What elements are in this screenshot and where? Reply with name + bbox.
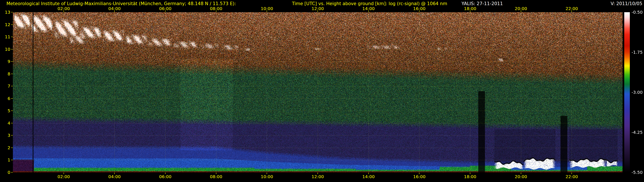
y-tick-label: 7 bbox=[2, 84, 10, 89]
tick-mark bbox=[11, 110, 13, 111]
tick-mark bbox=[216, 10, 216, 12]
tick-mark bbox=[11, 24, 13, 25]
x-tick-label-bottom: 02:00 bbox=[58, 174, 70, 179]
x-tick-label-bottom: 08:00 bbox=[210, 174, 222, 179]
tick-mark bbox=[11, 148, 13, 148]
y-tick-label: 1 bbox=[2, 157, 10, 163]
plot-title: Time [UTC] vs. Height above ground [km]:… bbox=[292, 1, 447, 6]
tick-mark bbox=[368, 173, 369, 174]
x-tick-label-bottom: 18:00 bbox=[464, 174, 476, 179]
x-tick-label-bottom: 10:00 bbox=[261, 174, 273, 179]
x-tick-label-bottom: 16:00 bbox=[413, 174, 426, 179]
x-tick-label-bottom: 14:00 bbox=[362, 174, 375, 179]
tick-mark bbox=[11, 123, 13, 123]
y-tick-label: 6 bbox=[2, 96, 10, 101]
y-tick-label: 2 bbox=[2, 145, 10, 150]
y-tick-label: 12 bbox=[2, 22, 10, 27]
tick-mark bbox=[11, 37, 13, 37]
y-tick-label: 9 bbox=[2, 59, 10, 64]
y-tick-label: 11 bbox=[2, 34, 10, 39]
instrument-date-label: YALIS: 27-11-2011 bbox=[462, 1, 503, 6]
tick-mark bbox=[572, 10, 572, 12]
tick-mark bbox=[11, 12, 13, 12]
colorbar-label: -4.25 bbox=[632, 130, 643, 135]
institute-title: Meteorological Institute of Ludwig-Maxim… bbox=[6, 1, 236, 6]
x-tick-label-bottom: 12:00 bbox=[312, 174, 324, 179]
tick-mark bbox=[419, 173, 420, 174]
tick-mark bbox=[114, 10, 115, 12]
x-axis-top: 02:0004:0006:0008:0010:0012:0014:0016:00… bbox=[0, 6, 644, 11]
tick-mark bbox=[11, 160, 13, 160]
tick-mark bbox=[11, 98, 13, 99]
tick-mark bbox=[11, 61, 13, 62]
colorbar-gradient bbox=[624, 12, 630, 172]
tick-mark bbox=[165, 173, 166, 174]
colorbar-label: -3.00 bbox=[632, 90, 643, 95]
tick-mark bbox=[11, 172, 13, 173]
lidar-heatmap-plot bbox=[13, 12, 622, 172]
tick-mark bbox=[11, 74, 13, 74]
tick-mark bbox=[266, 10, 267, 12]
y-tick-label: 13 bbox=[2, 10, 10, 15]
y-axis: 131211109876543210 bbox=[0, 0, 13, 182]
tick-mark bbox=[216, 173, 216, 174]
version-label: V: 2011/10/05 bbox=[611, 1, 642, 6]
x-tick-label-bottom: 22:00 bbox=[566, 174, 578, 179]
tick-mark bbox=[470, 10, 470, 12]
tick-mark bbox=[165, 10, 166, 12]
tick-mark bbox=[470, 173, 470, 174]
tick-mark bbox=[521, 173, 521, 174]
tick-mark bbox=[11, 135, 13, 136]
tick-mark bbox=[64, 173, 64, 174]
x-tick-label-bottom: 06:00 bbox=[159, 174, 172, 179]
tick-mark bbox=[11, 86, 13, 86]
y-tick-label: 10 bbox=[2, 47, 10, 52]
tick-mark bbox=[572, 173, 572, 174]
tick-mark bbox=[318, 173, 318, 174]
colorbar-label: -1.75 bbox=[632, 50, 643, 55]
y-tick-label: 8 bbox=[2, 71, 10, 77]
y-tick-label: 5 bbox=[2, 108, 10, 113]
tick-mark bbox=[368, 10, 369, 12]
tick-mark bbox=[266, 173, 267, 174]
tick-mark bbox=[419, 10, 420, 12]
x-tick-label-bottom: 04:00 bbox=[108, 174, 121, 179]
tick-mark bbox=[64, 10, 64, 12]
tick-mark bbox=[114, 173, 115, 174]
x-axis-bottom: 02:0004:0006:0008:0010:0012:0014:0016:00… bbox=[0, 174, 644, 180]
tick-mark bbox=[11, 49, 13, 49]
y-tick-label: 3 bbox=[2, 133, 10, 138]
tick-mark bbox=[521, 10, 521, 12]
y-tick-label: 4 bbox=[2, 121, 10, 126]
tick-mark bbox=[318, 10, 318, 12]
x-tick-label-bottom: 20:00 bbox=[515, 174, 527, 179]
